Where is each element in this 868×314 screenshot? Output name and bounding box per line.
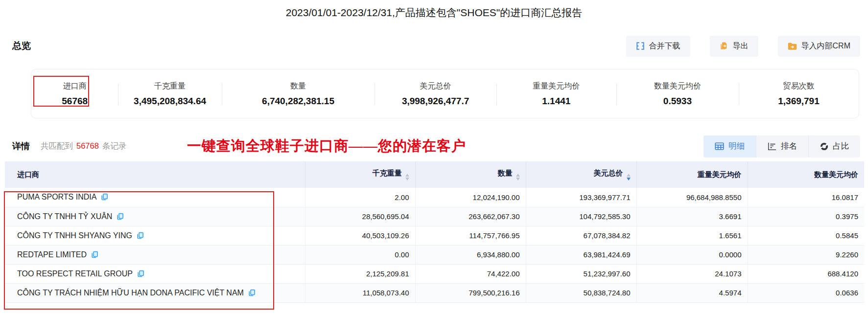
toolbar: 合并下载 导出 导入内部CRM: [626, 36, 860, 57]
col-header-importer: 进口商: [5, 161, 305, 188]
cell-usd-per-weight: 24.1073: [636, 264, 748, 283]
cell-usd-per-quantity: 688.4120: [748, 264, 864, 283]
overview-stats-card: 进口商 56768 千克重量 3,495,208,834.64 数量 6,740…: [31, 69, 859, 118]
tab-ranking[interactable]: 排名: [756, 135, 808, 157]
donut-chart-icon: [820, 142, 828, 151]
tab-proportion-label: 占比: [833, 141, 849, 152]
cell-usd-total: 63,981,424.69: [526, 245, 636, 264]
importer-table: 进口商 千克重量 数量 美元总价 重量美元均价 数量美元均价: [5, 161, 864, 303]
stat-value: 6,740,282,381.15: [262, 96, 334, 107]
stat-importers: 进口商 56768: [31, 69, 118, 118]
cell-usd-per-weight: 1.6561: [636, 226, 748, 245]
stat-label: 数量: [290, 81, 306, 91]
tab-detail-label: 明细: [728, 141, 745, 152]
col-header-label: 美元总价: [594, 169, 623, 177]
export-icon: [720, 42, 728, 50]
merge-download-button[interactable]: 合并下载: [626, 36, 690, 57]
import-crm-label: 导入内部CRM: [801, 41, 850, 51]
importer-name-cell: PUMA SPORTS INDIA: [5, 188, 305, 207]
cell-usd-total: 67,078,384.82: [526, 226, 636, 245]
importer-name: REDTAPE LIMITED: [17, 250, 87, 259]
cell-quantity: 12,024,190.00: [415, 188, 526, 207]
cell-usd-per-weight: 0.0000: [636, 245, 748, 264]
detail-header-row: 详情 共匹配到56768条记录 一键查询全球鞋子进口商——您的潜在客户 明细 排…: [12, 135, 860, 157]
copy-icon[interactable]: [137, 270, 144, 277]
stat-quantity: 数量 6,740,282,381.15: [222, 69, 375, 118]
tab-proportion[interactable]: 占比: [808, 135, 860, 157]
importer-name-cell: REDTAPE LIMITED: [5, 245, 305, 264]
sort-icon-active-desc[interactable]: [627, 174, 631, 181]
red-annotation-text: 一键查询全球鞋子进口商——您的潜在客户: [187, 136, 466, 156]
importer-name: CÔNG TY TRÁCH NHIỆM HỮU HẠN DONA PACIFIC…: [17, 289, 244, 297]
cell-usd-total: 193,369,977.71: [526, 188, 636, 207]
cell-usd-per-quantity: 0.5845: [748, 226, 864, 245]
table-row: CÔNG TY TNHH TỶ XUÂN 28,560,695.04 263,6…: [5, 207, 864, 226]
col-header-usd-per-quantity: 数量美元均价: [748, 161, 864, 188]
cell-kg-weight: 40,503,109.26: [305, 226, 415, 245]
cell-usd-per-weight: 96,684,988.8550: [636, 188, 748, 207]
importer-name-cell: CÔNG TY TNHH TỶ XUÂN: [5, 207, 305, 226]
table-row: CÔNG TY TRÁCH NHIỆM HỮU HẠN DONA PACIFIC…: [5, 283, 864, 302]
stat-value: 56768: [62, 96, 88, 107]
stat-trade-count: 贸易次数 1,369,791: [739, 69, 859, 118]
stat-value: 1,369,791: [778, 96, 820, 107]
col-header-usd-total[interactable]: 美元总价: [526, 161, 636, 188]
copy-icon[interactable]: [137, 232, 144, 239]
copy-icon[interactable]: [101, 193, 108, 201]
copy-icon[interactable]: [248, 289, 256, 296]
match-count: 56768: [73, 141, 102, 150]
copy-icon[interactable]: [117, 213, 124, 220]
merge-download-label: 合并下载: [649, 41, 680, 51]
cell-usd-per-quantity: 0.0636: [748, 283, 864, 302]
sort-icon[interactable]: [516, 174, 520, 181]
table-row: TOO RESPECT RETAIL GROUP 2,125,209.81 74…: [5, 264, 864, 283]
cell-usd-per-weight: 3.6691: [636, 207, 748, 226]
importer-name: CÔNG TY TNHH TỶ XUÂN: [17, 212, 112, 221]
cell-usd-per-quantity: 9.2260: [748, 245, 864, 264]
importer-name: CÔNG TY TNHH SHYANG YING: [17, 231, 132, 240]
stat-usd-total: 美元总价 3,998,926,477.7: [375, 69, 496, 118]
copy-icon[interactable]: [91, 251, 98, 258]
stat-usd-per-quantity: 数量美元均价 0.5933: [616, 69, 739, 118]
stat-value: 3,495,208,834.64: [134, 96, 206, 107]
tab-ranking-label: 排名: [781, 141, 797, 152]
import-crm-button[interactable]: 导入内部CRM: [778, 36, 860, 57]
table-grid-icon: [715, 142, 724, 150]
stat-label: 数量美元均价: [654, 81, 701, 91]
overview-heading: 总览: [12, 40, 31, 52]
page-title: 2023/01/01-2023/12/31,产品描述包含"SHOES"的进口商汇…: [0, 0, 868, 20]
tab-detail[interactable]: 明细: [704, 135, 756, 157]
cell-usd-total: 104,792,585.30: [526, 207, 636, 226]
sort-icon[interactable]: [405, 174, 409, 181]
col-header-usd-per-weight: 重量美元均价: [636, 161, 748, 188]
cell-usd-per-weight: 4.5974: [636, 283, 748, 302]
stat-usd-per-weight: 重量美元均价 1.1441: [496, 69, 616, 118]
table-row: PUMA SPORTS INDIA 2.00 12,024,190.00 193…: [5, 188, 864, 207]
cell-quantity: 114,757,766.95: [415, 226, 526, 245]
col-header-label: 进口商: [17, 170, 39, 179]
export-button[interactable]: 导出: [710, 36, 758, 57]
col-header-kg-weight[interactable]: 千克重量: [305, 161, 415, 188]
cell-kg-weight: 11,058,073.40: [305, 283, 415, 302]
importer-name: TOO RESPECT RETAIL GROUP: [17, 269, 133, 278]
cell-quantity: 6,934,880.00: [415, 245, 526, 264]
stat-label: 进口商: [63, 81, 87, 91]
stat-value: 3,998,926,477.7: [402, 96, 469, 107]
stat-kg-weight: 千克重量 3,495,208,834.64: [118, 69, 221, 118]
table-header-row: 进口商 千克重量 数量 美元总价 重量美元均价 数量美元均价: [5, 161, 864, 188]
cell-usd-per-quantity: 16.0817: [748, 188, 864, 207]
col-header-quantity[interactable]: 数量: [415, 161, 526, 188]
import-folder-icon: [788, 42, 797, 50]
cell-usd-total: 51,232,997.60: [526, 264, 636, 283]
cell-usd-total: 50,838,724.80: [526, 283, 636, 302]
importer-table-wrap: 进口商 千克重量 数量 美元总价 重量美元均价 数量美元均价: [5, 161, 864, 303]
export-label: 导出: [733, 41, 749, 51]
match-prefix: 共匹配到: [41, 141, 73, 150]
cell-usd-per-quantity: 0.3975: [748, 207, 864, 226]
cell-quantity: 799,500,216.16: [415, 283, 526, 302]
stat-label: 千克重量: [154, 81, 186, 91]
match-suffix: 条记录: [102, 141, 127, 150]
cell-kg-weight: 2.00: [305, 188, 415, 207]
match-record-text: 共匹配到56768条记录: [41, 141, 126, 152]
stat-label: 贸易次数: [783, 81, 814, 91]
